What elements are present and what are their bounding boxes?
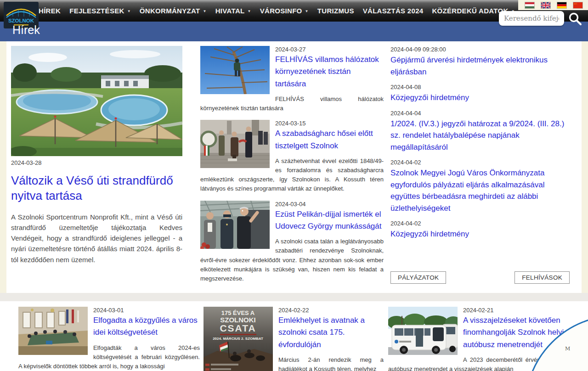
chevron-down-icon: ▼ <box>127 9 131 13</box>
announcement-link[interactable]: Gépjármű árverési hirdetmények elektroni… <box>390 54 576 78</box>
announcement-link[interactable]: Közjegyzői hirdetmény <box>390 228 576 240</box>
chinese-flag-icon[interactable] <box>573 2 582 8</box>
announcement-item: 2024-04-09 09:28:00 Gépjármű árverési hi… <box>390 46 576 78</box>
article-thumbnail-council-meeting[interactable] <box>18 307 88 355</box>
nav-item-turizmus[interactable]: TURIZMUS <box>317 7 354 15</box>
article-thumbnail-award-ceremony[interactable] <box>200 201 270 249</box>
news-item: 2024-03-04 Ezüst Pelikán-díjjal ismerték… <box>200 201 384 283</box>
logo-text: SZOLNOK <box>8 18 34 23</box>
german-flag-icon[interactable] <box>557 2 566 8</box>
article-thumbnail-battle-poster[interactable]: 175 ÉVES A SZOLNOKI CSATA 2024. MÁRCIUS … <box>204 307 273 371</box>
poster-line1: 175 ÉVES A <box>221 309 255 316</box>
nav-item-hirek[interactable]: HÍREK <box>39 7 61 15</box>
announcement-item: 2024-04-04 1/2024. (IV.3.) jegyzői határ… <box>390 110 576 153</box>
announcement-date: 2024-04-08 <box>390 84 576 90</box>
news-item: 2024-03-27 FELHÍVÁS villamos hálózatok k… <box>200 46 384 113</box>
news-item: 175 ÉVES A SZOLNOKI CSATA 2024. MÁRCIUS … <box>204 307 384 371</box>
article-thumbnail-wreath-ceremony[interactable] <box>200 120 270 168</box>
chevron-down-icon: ▼ <box>305 9 309 13</box>
poster-line3: CSATA <box>220 323 256 333</box>
news-item: 2024-03-01 Elfogadta a közgyűlés a város… <box>18 307 200 371</box>
announcement-date: 2024-04-04 <box>390 110 576 117</box>
news-list: 2024-03-27 FELHÍVÁS villamos hálózatok k… <box>200 46 384 290</box>
nav-item-fejlesztesek[interactable]: FEJLESZTÉSEK▼ <box>69 7 131 15</box>
widget-letter: M <box>565 346 570 352</box>
search-icon[interactable] <box>568 11 582 26</box>
bottom-news-row: 2024-03-01 Elfogadta a közgyűlés a város… <box>0 301 588 371</box>
article-thumbnail-buses[interactable] <box>388 307 458 355</box>
british-flag-icon[interactable] <box>541 2 550 8</box>
main-content: 2024-03-28 Változik a Véső úti strandfür… <box>6 41 582 293</box>
page-title: Hírek <box>12 23 40 37</box>
nav-item-hivatal[interactable]: HIVATAL▼ <box>215 7 251 15</box>
article-thumbnail-tree-climber[interactable] <box>200 46 270 94</box>
announcement-date: 2024-04-09 09:28:00 <box>390 46 576 53</box>
featured-article-photo-strandfurdo[interactable] <box>11 46 182 156</box>
featured-article-title[interactable]: Változik a Véső úti strandfürdő nyitva t… <box>11 173 182 204</box>
hungarian-flag-icon[interactable] <box>525 2 534 8</box>
nav-item-varosinfo[interactable]: VÁROSINFO▼ <box>260 7 309 15</box>
felhivasok-button[interactable]: FELHÍVÁSOK <box>514 271 570 284</box>
nav-item-valasztas-2024[interactable]: VÁLASZTÁS 2024 <box>363 7 424 15</box>
news-item: 2024-03-15 A szabadságharc hősei előtt t… <box>200 120 384 193</box>
palyazatok-button[interactable]: PÁLYÁZATOK <box>390 271 446 284</box>
announcement-buttons: PÁLYÁZATOK FELHÍVÁSOK <box>390 271 570 284</box>
article-excerpt: FELHÍVÁS villamos hálózatok környezeténe… <box>200 95 384 113</box>
poster-line4: 2024. MÁRCIUS 2. SZOMBAT <box>213 337 263 341</box>
announcement-date: 2024-04-02 <box>390 220 576 227</box>
announcement-link[interactable]: Szolnok Megyei Jogú Város Önkormányzata … <box>390 167 576 214</box>
featured-article: 2024-03-28 Változik a Véső úti strandfür… <box>11 46 182 265</box>
nav-item-onkormanyzat[interactable]: ÖNKORMÁNYZAT▼ <box>140 7 207 15</box>
announcement-item: 2024-04-02 Szolnok Megyei Jogú Város Önk… <box>390 159 576 214</box>
featured-article-body: A Szolnoki Sportcentrum Nonprofit Kft., … <box>11 212 182 265</box>
section-divider <box>0 293 588 301</box>
announcement-date: 2024-04-02 <box>390 159 576 166</box>
chevron-down-icon: ▼ <box>248 9 251 13</box>
language-selector <box>518 0 588 10</box>
search-input[interactable] <box>499 11 564 26</box>
chevron-down-icon: ▼ <box>203 9 207 13</box>
announcement-link[interactable]: Közjegyzői hirdetmény <box>390 92 576 104</box>
announcements-list: 2024-04-09 09:28:00 Gépjármű árverési hi… <box>390 46 576 288</box>
main-navigation: HÍREK FEJLESZTÉSEK▼ ÖNKORMÁNYZAT▼ HIVATA… <box>39 0 515 22</box>
announcement-item: 2024-04-02 Közjegyzői hirdetmény <box>390 220 576 240</box>
announcement-link[interactable]: 1/2024. (IV.3.) jegyzői határozat a 9/20… <box>390 118 576 153</box>
announcement-item: 2024-04-08 Közjegyzői hirdetmény <box>390 84 576 104</box>
article-date: 2024-03-28 <box>11 159 182 166</box>
